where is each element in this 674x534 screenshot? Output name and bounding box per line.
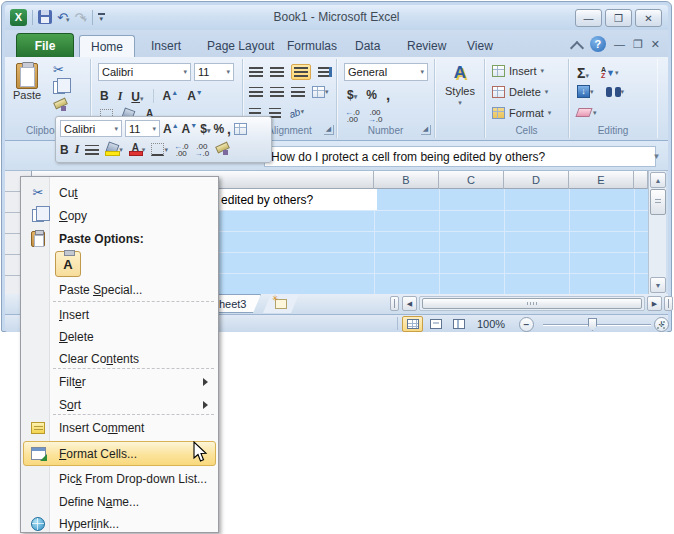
workbook-close-icon[interactable]: ✕ (651, 38, 660, 51)
close-button[interactable]: ✕ (635, 9, 662, 27)
menu-item-pick-from-list[interactable]: Pick From Drop-down List... (23, 467, 216, 490)
mini-font-size-combo[interactable]: 11▾ (125, 120, 160, 137)
normal-view-button[interactable] (402, 316, 423, 332)
minimize-button[interactable]: — (575, 9, 602, 27)
page-break-view-button[interactable] (448, 316, 469, 332)
scroll-down-icon[interactable]: ▼ (650, 277, 666, 293)
menu-item-copy[interactable]: Copy (23, 204, 216, 227)
mini-fill-color-button[interactable]: ▾ (105, 143, 123, 156)
find-select-button[interactable]: ▾ (606, 87, 625, 97)
bold-button[interactable]: B (100, 89, 109, 103)
mini-shrink-font-button[interactable]: A▼ (182, 122, 198, 136)
tab-home[interactable]: Home (79, 35, 135, 57)
tab-view[interactable]: View (457, 35, 503, 57)
delete-cells-button[interactable]: Delete▾ (492, 86, 548, 98)
paste-button[interactable]: Paste (13, 63, 41, 101)
mini-comma-button[interactable]: , (227, 121, 231, 137)
align-left-icon[interactable] (249, 87, 263, 97)
mini-currency-button[interactable]: $▾ (200, 122, 210, 136)
percent-button[interactable]: % (366, 88, 377, 102)
increase-decimal-icon[interactable]: ←.0.00 (345, 109, 360, 123)
collapse-ribbon-icon[interactable] (572, 41, 582, 47)
expand-formula-bar-icon[interactable]: ▼ (649, 148, 664, 165)
tab-data[interactable]: Data (345, 35, 390, 57)
menu-item-delete[interactable]: Delete (23, 325, 216, 348)
menu-item-clear-contents[interactable]: Clear Contents (23, 347, 216, 370)
paste-keep-text-button[interactable]: A (55, 251, 81, 277)
zoom-out-button[interactable]: − (519, 317, 534, 332)
tab-review[interactable]: Review (397, 35, 456, 57)
page-layout-view-button[interactable] (425, 316, 446, 332)
column-header-c[interactable]: C (439, 171, 504, 189)
autosum-button[interactable]: Σ▾ (577, 64, 589, 82)
scrollbar-split-handle[interactable] (664, 296, 673, 311)
resize-grip[interactable] (656, 320, 666, 330)
tab-page-layout[interactable]: Page Layout (197, 35, 284, 57)
menu-item-sort[interactable]: Sort (23, 393, 216, 416)
tab-insert[interactable]: Insert (141, 35, 191, 57)
shrink-font-button[interactable]: A▼ (187, 89, 203, 103)
mini-decrease-decimal-icon[interactable]: .00→.0 (195, 143, 210, 157)
mini-grow-font-button[interactable]: A▲ (163, 122, 179, 136)
menu-item-filter[interactable]: Filter (23, 370, 216, 393)
formula-input[interactable]: How do I protect a cell from being edite… (264, 146, 656, 167)
horizontal-scrollbar[interactable] (419, 296, 645, 311)
align-top-icon[interactable] (249, 67, 263, 77)
scroll-up-icon[interactable]: ▲ (650, 172, 666, 188)
zoom-slider-track[interactable] (543, 324, 651, 326)
menu-item-define-name[interactable]: Define Name... (23, 490, 216, 513)
copy-button[interactable]: ▾ (53, 81, 69, 94)
zoom-level[interactable]: 100% (477, 318, 505, 330)
alignment-dialog-launcher[interactable]: ◢ (324, 125, 334, 135)
underline-button[interactable]: U▾ (131, 87, 143, 105)
vertical-scrollbar[interactable]: ▲ ▼ (648, 171, 666, 294)
mini-italic-button[interactable]: I (75, 142, 80, 157)
font-name-combo[interactable]: Calibri▾ (98, 63, 191, 81)
mini-center-align-icon[interactable] (85, 145, 99, 155)
tab-file[interactable]: File (16, 33, 74, 57)
scroll-right-icon[interactable]: ▶ (647, 296, 662, 311)
number-dialog-launcher[interactable]: ◢ (421, 125, 431, 135)
column-header-partial[interactable] (634, 171, 648, 189)
column-header-b[interactable]: B (374, 171, 439, 189)
wrap-text-icon[interactable] (318, 67, 332, 77)
zoom-slider-thumb[interactable] (588, 318, 597, 331)
column-header-d[interactable]: D (504, 171, 569, 189)
insert-cells-button[interactable]: Insert▾ (492, 65, 544, 77)
fill-button[interactable]: ↓▾ (577, 85, 594, 98)
styles-button[interactable]: A Styles ▾ (440, 63, 480, 107)
scroll-left-icon[interactable]: ◀ (402, 296, 417, 311)
grow-font-button[interactable]: A▲ (163, 89, 179, 103)
insert-worksheet-tab[interactable] (263, 294, 299, 313)
column-header-e[interactable]: E (569, 171, 634, 189)
align-bottom-icon[interactable] (291, 64, 311, 80)
mini-borders-button[interactable]: ▾ (151, 143, 168, 156)
align-middle-icon[interactable] (270, 67, 284, 77)
align-right-icon[interactable] (291, 87, 305, 97)
number-format-combo[interactable]: General▾ (344, 63, 428, 81)
tab-split-handle[interactable] (390, 296, 399, 311)
clear-icon[interactable] (575, 108, 592, 117)
merge-center-button[interactable]: ▾ (312, 86, 329, 98)
currency-button[interactable]: $▾ (347, 88, 357, 102)
orientation-button[interactable]: ab▾ (288, 105, 306, 120)
mini-merge-center-icon[interactable] (234, 123, 247, 135)
title-bar[interactable]: X ↶▾ ↷▾ ▾ Book1 - Microsoft Excel — ❐ ✕ (5, 5, 668, 30)
menu-item-insert[interactable]: Insert (23, 303, 216, 326)
align-center-icon[interactable] (270, 87, 284, 97)
sort-filter-button[interactable]: AZ▼▾ (601, 67, 619, 79)
mini-format-painter-icon[interactable] (215, 143, 228, 156)
help-icon[interactable]: ? (590, 36, 606, 52)
menu-item-hyperlink[interactable]: Hyperlink... (23, 512, 216, 534)
workbook-minimize-icon[interactable]: — (614, 38, 625, 50)
italic-button[interactable]: I (118, 89, 123, 104)
vertical-scroll-thumb[interactable] (650, 189, 666, 215)
workbook-restore-icon[interactable]: ❐ (633, 38, 643, 51)
tab-formulas[interactable]: Formulas (277, 35, 347, 57)
cut-icon[interactable]: ✂ (53, 63, 69, 76)
mini-font-name-combo[interactable]: Calibri▾ (60, 120, 122, 137)
format-painter-icon[interactable] (53, 99, 66, 112)
menu-item-insert-comment[interactable]: Insert Comment (23, 416, 216, 439)
decrease-decimal-icon[interactable]: .00→.0 (368, 109, 383, 123)
horizontal-scroll-thumb[interactable] (422, 298, 642, 309)
